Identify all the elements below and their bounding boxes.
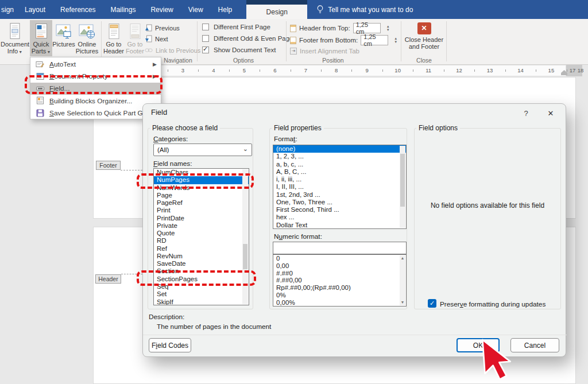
spinner-down-icon: ▼ [394,41,397,44]
numeric-format-label: Numeric format: [274,232,322,241]
list-item[interactable]: I, II, III, ... [273,183,406,191]
header-from-top-input[interactable]: 1,25 cm [353,23,381,33]
list-item[interactable]: PrintDate [154,215,249,222]
footer-from-bottom-row: Footer from Bottom: 1,25 cm ▲▼ [290,35,397,45]
menu-item-save-selection[interactable]: Save Selection to Quick Part Gallery [30,107,161,119]
insert-alignment-tab-button: ⇥ Insert Alignment Tab [290,48,359,55]
list-item[interactable]: (none) [273,145,406,153]
different-first-page-checkbox[interactable]: Different First Page [202,24,270,30]
next-button[interactable]: Next [145,34,168,44]
help-icon[interactable]: ? [520,107,532,120]
footer-from-bottom-input[interactable]: 1,25 cm [361,35,388,45]
pictures-button[interactable]: Pictures [53,20,75,56]
word-window: sign Layout References Mailings Review V… [0,0,588,384]
list-item[interactable]: Private [154,222,249,230]
ribbon-tab-bar: sign Layout References Mailings Review V… [0,0,588,19]
list-item[interactable]: Page [154,192,249,199]
list-item[interactable]: a, b, c, ... [273,161,406,168]
quick-parts-button[interactable]: Quick Parts▼ [30,20,52,56]
list-item[interactable]: Set [154,290,249,298]
field-names-label: Field names: [153,160,192,168]
close-icon[interactable]: ✕ [543,107,559,120]
dialog-title: Field [151,108,167,117]
show-document-text-checkbox[interactable]: Show Document Text [202,46,276,53]
list-item[interactable]: RevNum [154,253,249,260]
header-from-top-stepper[interactable]: ▲▼ [386,25,390,32]
field-codes-button[interactable]: Field Codes [149,338,191,352]
list-item[interactable]: hex ... [273,214,406,221]
list-item[interactable]: Ref [154,245,249,253]
annotation-box-field-menu-item [25,75,163,94]
list-item[interactable]: First Second, Third ... [273,206,406,214]
list-item[interactable]: Rp#.##0,00;(Rp#.##0,00) [273,284,406,292]
list-item[interactable]: Print [154,207,249,214]
tab-help[interactable]: Help [211,0,240,19]
menu-item-building-blocks-organizer[interactable]: Building Blocks Organizer... [30,95,161,107]
list-item[interactable]: 1, 2, 3, ... [273,153,406,160]
close-header-footer-button[interactable]: ✕ Close Headerand Footer [403,20,445,56]
list-item[interactable]: 1st, 2nd, 3rd ... [273,191,406,199]
list-item[interactable]: i, ii, iii, ... [273,176,406,183]
list-item[interactable]: 0,00 [273,262,406,270]
chevron-down-icon: ⌄ [243,145,248,153]
preserve-formatting-checkbox[interactable]: ✓ [428,299,436,308]
previous-button[interactable]: Previous [145,23,180,33]
tab-references[interactable]: References [53,0,103,19]
online-pictures-button[interactable]: OnlinePictures [75,20,99,56]
list-item[interactable]: 0 [273,255,406,262]
document-info-button[interactable]: Document Info▼ [1,20,29,56]
tab-view[interactable]: View [181,0,211,19]
list-item[interactable]: One, Two, Three ... [273,199,406,206]
tab-layout[interactable]: Layout [17,0,53,19]
cancel-button[interactable]: Cancel [510,338,559,352]
list-item[interactable]: 0% [273,292,406,299]
categories-dropdown[interactable]: (All) ⌄ [153,143,252,156]
dropdown-caret-icon: ▼ [47,50,51,54]
checkbox-icon[interactable] [202,35,209,42]
group-separator [286,21,287,61]
different-odd-even-checkbox[interactable]: Different Odd & Even Pages [202,35,296,42]
tab-design-active[interactable]: Design [246,5,307,19]
go-to-header-button[interactable]: Go toHeader [103,20,125,56]
scroll-down-icon[interactable]: ▼ [400,300,405,305]
format-list: (none)1, 2, 3, ...a, b, c, ...A, B, C, .… [273,145,406,229]
numeric-format-list: 00,00#.##0#.##0,00Rp#.##0,00;(Rp#.##0,00… [273,255,406,307]
list-item[interactable]: A, B, C, ... [273,168,406,176]
list-item[interactable]: SaveDate [154,260,249,267]
tell-me-box[interactable]: Tell me what you want to do [316,0,413,19]
scroll-up-icon[interactable]: ▲ [400,255,405,261]
description-text: The number of pages in the document [157,323,271,331]
format-listbox[interactable]: (none)1, 2, 3, ...a, b, c, ...A, B, C, .… [273,145,407,229]
list-item[interactable]: #.##0 [273,270,406,277]
go-to-footer-button: Go toFooter [125,20,145,56]
list-item[interactable]: SkipIf [154,298,249,305]
list-item[interactable]: 0,00% [273,299,406,307]
format-scrollbar[interactable] [400,146,405,228]
tab-review[interactable]: Review [143,0,180,19]
contextual-tab-design[interactable]: Design [246,0,307,19]
building-blocks-icon [36,96,45,105]
list-item[interactable]: Dollar Text [273,222,406,229]
tab-partial-left[interactable]: sign [0,0,17,19]
annotation-box-sectionpages [137,270,256,286]
list-item[interactable]: RD [154,237,249,245]
header-from-top-row: Header from Top: 1,25 cm ▲▼ [290,23,390,33]
numeric-format-listbox[interactable]: 00,00#.##0#.##0,00Rp#.##0,00;(Rp#.##0,00… [273,254,407,307]
checkbox-icon[interactable] [202,24,209,30]
go-to-header-icon [107,22,121,40]
header-position-icon [290,25,296,32]
scrollbar-thumb[interactable] [400,154,405,207]
menu-item-autotext[interactable]: AutoText ▶ [30,58,161,70]
numeric-scrollbar[interactable]: ▲ ▼ [400,255,405,305]
tab-mailings[interactable]: Mailings [103,0,143,19]
group-separator [101,21,102,61]
scrollbar-thumb[interactable] [243,244,247,269]
list-item[interactable]: Quote [154,230,249,237]
alignment-tab-icon: ⇥ [290,48,297,55]
list-item[interactable]: PageRef [154,199,249,207]
numeric-format-input[interactable] [273,242,407,254]
list-item[interactable]: #.##0,00 [273,277,406,284]
footer-from-bottom-stepper[interactable]: ▲▼ [394,37,397,44]
annotation-box-numpages [137,173,254,189]
checkbox-icon[interactable] [202,46,209,53]
